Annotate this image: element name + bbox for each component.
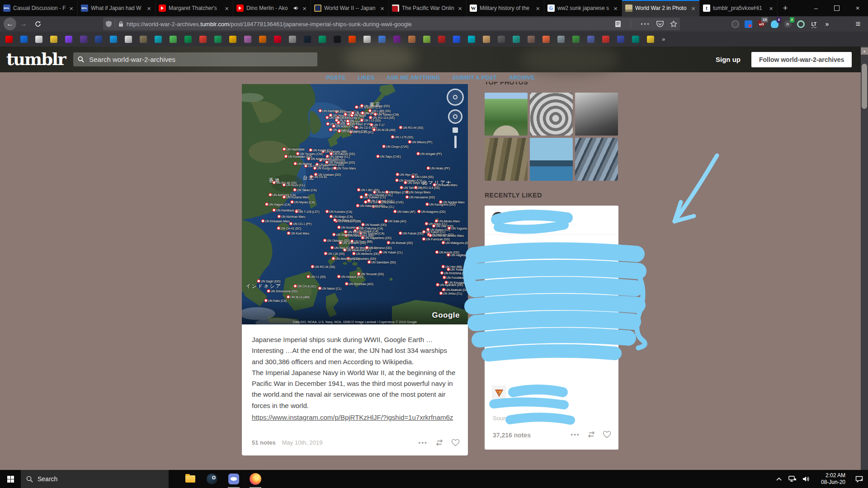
- page-actions-menu-icon[interactable]: •••: [641, 20, 650, 28]
- tab-close-icon[interactable]: ×: [690, 5, 696, 12]
- forward-button[interactable]: →: [16, 17, 31, 31]
- browser-tab[interactable]: The Pacific War Onlin×: [389, 0, 467, 16]
- bookmark-favicon[interactable]: [632, 36, 639, 43]
- browser-tab[interactable]: World War II -- Japan×: [311, 0, 389, 16]
- shield-extension[interactable]: [742, 18, 755, 30]
- taskbar-app-steam[interactable]: [201, 470, 223, 488]
- bookmark-favicon[interactable]: [244, 36, 251, 43]
- tab-close-icon[interactable]: ×: [613, 5, 618, 12]
- photo-sailors-with-mines[interactable]: [530, 93, 573, 136]
- bookmark-favicon[interactable]: [214, 36, 222, 43]
- note-count[interactable]: 51 notes: [252, 439, 276, 446]
- photo-railroad-tracks[interactable]: [575, 138, 618, 181]
- taskbar-app-firefox[interactable]: [245, 470, 266, 488]
- bookmark-favicon[interactable]: [65, 36, 72, 43]
- start-button[interactable]: [0, 470, 21, 488]
- bookmark-favicon[interactable]: [155, 36, 162, 43]
- photo-destroyed-factory[interactable]: [575, 93, 618, 136]
- browser-tab[interactable]: Margaret Thatcher's×: [156, 0, 233, 16]
- page-scrollbar[interactable]: ▲: [861, 47, 868, 470]
- tab-close-icon[interactable]: ×: [535, 5, 541, 12]
- blog-nav-submit-a-post[interactable]: SUBMIT A POST: [453, 75, 497, 81]
- url-bar[interactable]: https://world-war-2-archives.tumblr.com/…: [103, 18, 680, 30]
- tab-close-icon[interactable]: ×: [457, 5, 463, 12]
- dl-extension[interactable]: D2: [781, 18, 794, 30]
- bookmark-favicon[interactable]: [304, 36, 311, 43]
- post-map-image[interactable]: IJN Hyuga (BB)IJN Ise (BB)IJN Haruna (BB…: [242, 84, 468, 324]
- overflow-extensions[interactable]: »: [821, 18, 834, 30]
- bookmark-favicon[interactable]: [110, 36, 117, 43]
- bookmark-favicon[interactable]: [274, 36, 281, 43]
- bookmark-favicon[interactable]: [587, 36, 594, 43]
- browser-tab[interactable]: ttumblr_pra5vkxwHi1×: [700, 0, 778, 16]
- tray-chevron-icon[interactable]: [772, 470, 786, 488]
- tumblr-logo[interactable]: tumblr: [6, 49, 66, 69]
- new-tab-button[interactable]: +: [778, 0, 793, 16]
- languagetool-extension[interactable]: LT: [807, 18, 821, 30]
- bookmark-favicon[interactable]: [170, 36, 177, 43]
- reload-button[interactable]: [31, 17, 45, 31]
- reader-mode-icon[interactable]: [615, 21, 621, 27]
- volume-icon[interactable]: [799, 470, 813, 488]
- bookmark-favicon[interactable]: [498, 36, 505, 43]
- liked-note-count[interactable]: 37,216 notes: [493, 432, 531, 439]
- action-center-button[interactable]: [850, 470, 868, 488]
- bookmark-star-icon[interactable]: [670, 20, 677, 28]
- bookmark-favicon[interactable]: [319, 36, 326, 43]
- scrollbar-thumb[interactable]: [862, 64, 867, 109]
- reblog-icon[interactable]: [587, 431, 596, 438]
- bookmark-favicon[interactable]: [80, 36, 87, 43]
- bookmark-favicon[interactable]: [363, 36, 371, 43]
- blog-nav-posts[interactable]: POSTS: [326, 75, 345, 81]
- search-input[interactable]: [88, 55, 313, 64]
- taskbar-app-discord[interactable]: [223, 470, 245, 488]
- like-heart-icon[interactable]: [451, 439, 460, 446]
- pizza-avatar[interactable]: [492, 385, 506, 399]
- bookmark-favicon[interactable]: [438, 36, 445, 43]
- tracking-shield-icon[interactable]: [106, 21, 112, 27]
- bookmark-favicon[interactable]: [528, 36, 535, 43]
- browser-tab[interactable]: Gww2 sunk japanese s×: [544, 0, 622, 16]
- instagram-link[interactable]: https://www.instagram.com/p/BpjRTKzHlJF/…: [252, 412, 458, 423]
- photo-soldiers-on-road[interactable]: [485, 93, 528, 136]
- bookmark-favicon[interactable]: [349, 36, 356, 43]
- bookmark-favicon[interactable]: [5, 36, 13, 43]
- bookmark-favicon[interactable]: [483, 36, 490, 43]
- bookmark-favicon[interactable]: [20, 36, 28, 43]
- ghostery-extension[interactable]: 3: [768, 18, 781, 30]
- tumblr-search-box[interactable]: [73, 52, 317, 66]
- bookmark-favicon[interactable]: [647, 36, 654, 43]
- bookmark-favicon[interactable]: [393, 36, 401, 43]
- bookmark-favicon[interactable]: [572, 36, 580, 43]
- ring-extension[interactable]: [794, 18, 807, 30]
- pocket-icon[interactable]: [656, 21, 664, 28]
- bookmark-favicon[interactable]: [453, 36, 460, 43]
- menu-button[interactable]: ≡: [850, 19, 866, 29]
- blog-nav-archive[interactable]: ARCHIVE: [509, 75, 535, 81]
- bookmark-favicon[interactable]: [140, 36, 147, 43]
- like-heart-icon[interactable]: [603, 431, 611, 438]
- tab-close-icon[interactable]: ×: [146, 5, 152, 12]
- restore-button[interactable]: [826, 0, 847, 16]
- globe-extension[interactable]: [729, 18, 742, 30]
- blog-nav-likes[interactable]: LIKES: [358, 75, 374, 81]
- blog-nav-ask-me-anything[interactable]: ASK ME ANYTHING: [387, 75, 440, 81]
- reblog-icon[interactable]: [435, 439, 444, 446]
- bookmark-favicon[interactable]: [289, 36, 296, 43]
- bookmark-favicon[interactable]: [513, 36, 520, 43]
- bookmark-favicon[interactable]: [423, 36, 430, 43]
- bookmark-favicon[interactable]: [408, 36, 415, 43]
- tab-close-icon[interactable]: ×: [302, 5, 307, 12]
- browser-tab[interactable]: WMilitary history of the×: [467, 0, 544, 16]
- liked-post-avatar[interactable]: [492, 212, 505, 225]
- taskbar-clock[interactable]: 2:02 AM 08-Jun-20: [817, 472, 845, 486]
- follow-button[interactable]: Follow world-war-2-archives: [751, 52, 852, 67]
- tab-close-icon[interactable]: ×: [379, 5, 385, 12]
- bookmark-favicon[interactable]: [95, 36, 102, 43]
- browser-tab[interactable]: MALCasual Discussion - F×: [0, 0, 78, 16]
- tab-close-icon[interactable]: ×: [68, 5, 74, 12]
- bookmark-favicon[interactable]: [199, 36, 207, 43]
- tab-audio-icon[interactable]: [293, 5, 299, 11]
- post-more-icon[interactable]: •••: [418, 439, 428, 446]
- bookmark-favicon[interactable]: [468, 36, 475, 43]
